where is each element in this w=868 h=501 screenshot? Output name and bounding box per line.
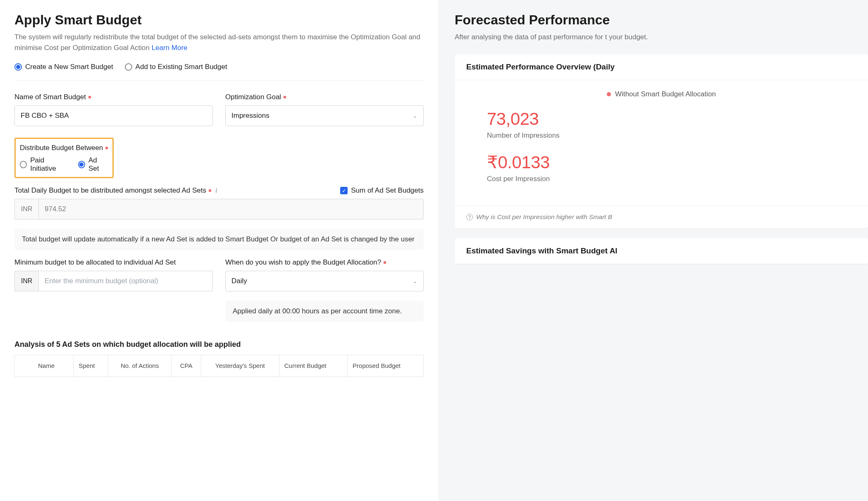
col-spent[interactable]: Spent [74, 355, 108, 377]
sum-budgets-checkbox[interactable]: ✓ Sum of Ad Set Budgets [340, 186, 424, 195]
add-existing-radio[interactable]: Add to Existing Smart Budget [125, 63, 227, 71]
checkbox-checked-icon: ✓ [340, 187, 348, 194]
goal-field: Optimization Goal Impressions ⌄ [225, 93, 424, 126]
radio-icon [125, 63, 132, 71]
schedule-select[interactable]: Daily ⌄ [225, 271, 424, 291]
schedule-value: Daily [231, 277, 247, 285]
required-icon [384, 261, 386, 264]
forecast-title: Forecasted Performance [455, 12, 868, 28]
analysis-heading: Analysis of 5 Ad Sets on which budget al… [14, 340, 424, 349]
min-budget-field: Minimum budget to be allocated to indivi… [14, 258, 213, 322]
impressions-value: 73,023 [487, 109, 856, 129]
adset-radio[interactable]: Ad Set [78, 156, 108, 173]
why-higher-link[interactable]: ? Why is Cost per Impression higher with… [455, 205, 868, 228]
total-budget-input[interactable] [38, 199, 424, 219]
goal-select[interactable]: Impressions ⌄ [225, 105, 424, 126]
total-budget-field: Total Daily Budget to be distributed amo… [14, 186, 424, 250]
analysis-table: Name Spent No. of Actions CPA Yesterday'… [14, 355, 424, 377]
schedule-label: When do you wish to apply the Budget All… [225, 258, 424, 267]
currency-prefix: INR [14, 199, 38, 219]
goal-label: Optimization Goal [225, 93, 424, 101]
distribute-highlight: Distribute Budget Between Paid Initiativ… [14, 138, 114, 178]
create-new-radio[interactable]: Create a New Smart Budget [14, 63, 113, 71]
page-subtitle-text: The system will regularly redistribute t… [14, 33, 420, 52]
radio-icon [20, 161, 27, 168]
forecasted-performance-panel: Forecasted Performance After analysing t… [438, 0, 868, 501]
col-name[interactable]: Name [15, 355, 74, 377]
name-input[interactable] [14, 105, 213, 126]
performance-overview-card: Estimated Performance Overview (Daily Wi… [455, 54, 868, 228]
impressions-metric: 73,023 Number of Impressions [466, 109, 856, 140]
create-new-label: Create a New Smart Budget [25, 63, 113, 71]
impressions-label: Number of Impressions [487, 131, 856, 140]
mode-radio-group: Create a New Smart Budget Add to Existin… [14, 63, 424, 81]
col-current[interactable]: Current Budget [279, 355, 347, 377]
distribute-field-wrapper: Distribute Budget Between Paid Initiativ… [14, 134, 424, 178]
total-budget-note: Total budget will update automatically i… [14, 229, 424, 250]
total-budget-input-group: INR [14, 199, 424, 219]
chevron-down-icon: ⌄ [413, 278, 417, 284]
learn-more-link[interactable]: Learn More [152, 44, 188, 52]
cpi-label: Cost per Impression [487, 175, 856, 183]
legend-without-sba: Without Smart Budget Allocation [466, 90, 856, 98]
required-icon [209, 189, 211, 192]
why-text: Why is Cost per Impression higher with S… [476, 213, 612, 221]
add-existing-label: Add to Existing Smart Budget [136, 63, 227, 71]
col-actions[interactable]: No. of Actions [108, 355, 171, 377]
apply-smart-budget-panel: Apply Smart Budget The system will regul… [0, 0, 438, 501]
required-icon [88, 96, 91, 98]
paid-initiative-label: Paid Initiative [30, 156, 70, 173]
min-budget-input[interactable] [38, 271, 213, 291]
estimated-savings-card: Estimated Savings with Smart Budget Al [455, 238, 868, 264]
legend-label: Without Smart Budget Allocation [615, 90, 716, 98]
required-icon [105, 147, 108, 149]
col-proposed[interactable]: Proposed Budget [348, 355, 424, 377]
paid-initiative-radio[interactable]: Paid Initiative [20, 156, 70, 173]
sum-budgets-label: Sum of Ad Set Budgets [351, 186, 424, 195]
name-label: Name of Smart Budget [14, 93, 213, 101]
radio-icon [78, 161, 85, 168]
radio-icon [14, 63, 22, 71]
min-budget-input-group: INR [14, 271, 213, 291]
schedule-field: When do you wish to apply the Budget All… [225, 258, 424, 322]
required-icon [284, 96, 286, 98]
forecast-subtitle: After analysing the data of past perform… [455, 32, 868, 43]
col-cpa[interactable]: CPA [172, 355, 201, 377]
table-header-row: Name Spent No. of Actions CPA Yesterday'… [15, 355, 424, 377]
distribute-label: Distribute Budget Between [20, 144, 108, 152]
currency-prefix: INR [14, 271, 38, 291]
page-subtitle: The system will regularly redistribute t… [14, 32, 424, 53]
goal-value: Impressions [231, 112, 269, 120]
cpi-value: ₹0.0133 [487, 152, 856, 172]
min-budget-label: Minimum budget to be allocated to indivi… [14, 258, 213, 267]
chevron-down-icon: ⌄ [413, 112, 417, 119]
cost-per-impression-metric: ₹0.0133 Cost per Impression [466, 152, 856, 183]
question-icon: ? [466, 214, 473, 220]
name-field: Name of Smart Budget [14, 93, 213, 126]
performance-card-title: Estimated Performance Overview (Daily [455, 54, 868, 80]
col-yesterday[interactable]: Yesterday's Spent [201, 355, 279, 377]
page-title: Apply Smart Budget [14, 12, 424, 28]
total-budget-label: Total Daily Budget to be distributed amo… [14, 186, 217, 195]
info-icon[interactable]: i [215, 186, 217, 195]
savings-card-title: Estimated Savings with Smart Budget Al [455, 238, 868, 264]
adset-label: Ad Set [88, 156, 108, 173]
legend-dot-icon [607, 92, 611, 96]
schedule-note: Applied daily at 00:00 hours as per acco… [225, 301, 424, 322]
